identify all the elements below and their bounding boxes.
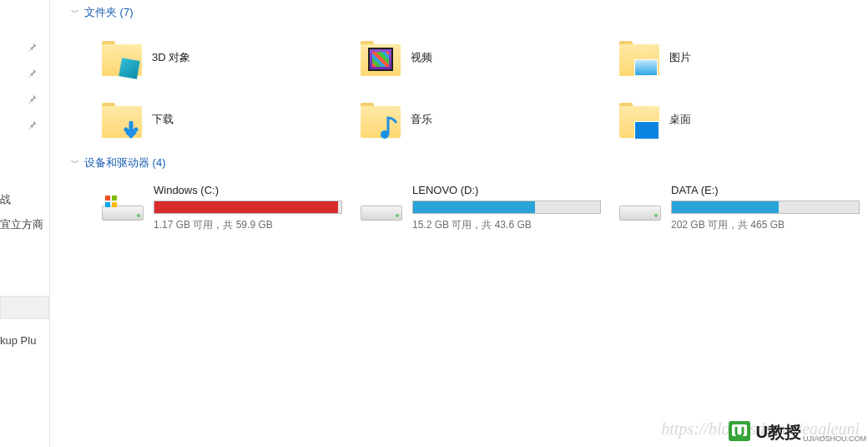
chevron-down-icon: ﹀ [71, 157, 79, 169]
drive-icon [100, 190, 145, 224]
svg-rect-6 [732, 424, 747, 436]
folder-item[interactable]: 音乐 [359, 89, 618, 150]
folder-item[interactable]: 桌面 [618, 89, 868, 150]
folder-label: 3D 对象 [152, 50, 190, 65]
folder-label: 下载 [152, 112, 174, 127]
sidebar-item-label[interactable]: kup Plu [0, 334, 36, 347]
shield-icon [726, 419, 753, 445]
group-drives: ﹀ 设备和驱动器 (4) Windows (C:)1.17 GB 可用，共 59… [50, 150, 868, 232]
sidebar-selection[interactable] [0, 296, 49, 319]
drive-item[interactable]: LENOVO (D:)15.2 GB 可用，共 43.6 GB [359, 184, 618, 232]
badge-title: U教授 [756, 421, 801, 444]
watermark-text: https://blog.csdn.net/eagleuni [661, 419, 860, 439]
folder-label: 视频 [411, 50, 432, 65]
sidebar: 战 宜立方商 kup Plu [0, 0, 50, 447]
group-title: 文件夹 (7) [84, 5, 134, 20]
svg-rect-4 [112, 202, 117, 207]
pin-icon [0, 87, 49, 113]
drive-usage-fill [672, 201, 779, 213]
drive-item[interactable]: Windows (C:)1.17 GB 可用，共 59.9 GB [100, 184, 359, 232]
svg-rect-2 [112, 196, 117, 201]
folder-icon [100, 98, 144, 141]
drive-icon [618, 190, 663, 224]
drive-icon [359, 190, 404, 224]
group-title: 设备和驱动器 (4) [84, 155, 166, 170]
folder-icon [100, 36, 144, 79]
brand-badge: U教授 UJIAOSHOU.COM [726, 419, 866, 445]
folder-icon [618, 36, 661, 79]
main-pane: ﹀ 文件夹 (7) 3D 对象视频图片下载音乐桌面 ﹀ 设备和驱动器 (4) W… [50, 0, 868, 447]
folder-item[interactable]: 图片 [618, 27, 868, 89]
folder-label: 桌面 [669, 112, 691, 127]
svg-rect-5 [729, 421, 750, 441]
folder-item[interactable]: 3D 对象 [100, 27, 359, 89]
group-folders: ﹀ 文件夹 (7) 3D 对象视频图片下载音乐桌面 [50, 0, 868, 150]
drive-name: DATA (E:) [671, 184, 860, 196]
svg-rect-3 [105, 202, 110, 207]
pin-icon [0, 61, 49, 87]
drive-info: DATA (E:)202 GB 可用，共 465 GB [671, 184, 868, 232]
drive-usage-bar [154, 201, 342, 214]
drive-usage-fill [413, 201, 535, 213]
drive-stat: 1.17 GB 可用，共 59.9 GB [154, 218, 342, 232]
pin-icon [0, 35, 49, 61]
group-header-drives[interactable]: ﹀ 设备和驱动器 (4) [71, 150, 868, 177]
folder-icon [618, 98, 661, 141]
drive-name: LENOVO (D:) [412, 184, 601, 196]
folder-item[interactable]: 视频 [359, 27, 618, 89]
folder-icon [359, 98, 402, 141]
drive-info: LENOVO (D:)15.2 GB 可用，共 43.6 GB [412, 184, 618, 232]
drive-name: Windows (C:) [154, 184, 342, 196]
drive-item[interactable]: DATA (E:)202 GB 可用，共 465 GB [618, 184, 868, 232]
drive-usage-bar [671, 201, 860, 214]
drive-stat: 202 GB 可用，共 465 GB [671, 218, 860, 232]
drive-info: Windows (C:)1.17 GB 可用，共 59.9 GB [154, 184, 359, 232]
drives-grid: Windows (C:)1.17 GB 可用，共 59.9 GBLENOVO (… [71, 177, 868, 232]
chevron-down-icon: ﹀ [71, 7, 79, 18]
sidebar-item-label[interactable]: 战 [0, 192, 11, 207]
svg-rect-1 [105, 196, 110, 201]
drive-stat: 15.2 GB 可用，共 43.6 GB [412, 218, 601, 232]
badge-sub: UJIAOSHOU.COM [803, 434, 866, 443]
folder-item[interactable]: 下载 [100, 89, 359, 150]
folders-grid: 3D 对象视频图片下载音乐桌面 [71, 27, 868, 150]
group-header-folders[interactable]: ﹀ 文件夹 (7) [71, 0, 868, 27]
pinned-list [0, 0, 49, 139]
folder-label: 图片 [669, 50, 691, 65]
folder-label: 音乐 [411, 112, 432, 127]
pin-icon [0, 113, 49, 139]
folder-icon [359, 36, 402, 79]
drive-usage-bar [412, 201, 601, 214]
drive-usage-fill [154, 201, 338, 213]
sidebar-item-label[interactable]: 宜立方商 [0, 217, 43, 232]
